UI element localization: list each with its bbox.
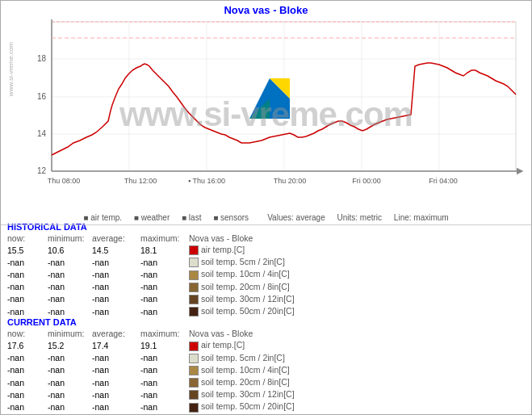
cell-avg: 14.5 <box>92 244 140 256</box>
cell-min: -nan <box>48 281 92 293</box>
cell-now: -nan <box>7 376 48 388</box>
cell-min: -nan <box>48 376 92 388</box>
cell-max: -nan <box>140 352 189 364</box>
cell-max: -nan <box>140 364 189 376</box>
cell-min: -nan <box>48 388 92 400</box>
cell-min: -nan <box>48 364 92 376</box>
legend-series: ■ air temp. <box>83 213 122 222</box>
cell-label: air temp.[C] <box>189 244 525 256</box>
cell-label: soil temp. 50cm / 20in[C] <box>189 305 525 317</box>
col-min-c: minimum: <box>48 329 92 339</box>
col-label-c: Nova vas - Bloke <box>189 329 525 339</box>
cell-min: 15.2 <box>48 339 92 351</box>
cell-now: -nan <box>7 281 48 293</box>
legend-sensors: ■ sensors <box>213 213 249 222</box>
col-avg-c: average: <box>92 329 140 339</box>
cell-avg: -nan <box>92 400 140 413</box>
color-swatch <box>189 295 199 304</box>
cell-avg: -nan <box>92 293 140 305</box>
cell-label: air temp.[C] <box>189 339 525 351</box>
legend-line: Line: maximum <box>394 213 449 222</box>
historical-table: now: minimum: average: maximum: Nova vas… <box>7 233 525 317</box>
col-now-h: now: <box>7 233 48 244</box>
cell-avg: 17.4 <box>92 339 140 351</box>
chart-area: Nova vas - Bloke www.si-vreme.com www.si… <box>1 1 531 219</box>
table-row: -nan-nan-nan-nansoil temp. 20cm / 8in[C] <box>7 281 525 293</box>
svg-text:14: 14 <box>37 129 47 138</box>
cell-avg: -nan <box>92 305 140 317</box>
table-row: -nan-nan-nan-nansoil temp. 5cm / 2in[C] <box>7 256 525 268</box>
cell-max: -nan <box>140 293 189 305</box>
col-now-c: now: <box>7 329 48 339</box>
svg-text:Fri 00:00: Fri 00:00 <box>352 177 381 185</box>
main-container: Nova vas - Bloke www.si-vreme.com www.si… <box>0 0 532 415</box>
color-swatch <box>189 283 199 292</box>
color-swatch <box>189 366 199 375</box>
table-row: -nan-nan-nan-nansoil temp. 10cm / 4in[C] <box>7 364 525 376</box>
cell-label: soil temp. 20cm / 8in[C] <box>189 376 525 388</box>
color-swatch <box>189 354 199 363</box>
cell-now: -nan <box>7 268 48 280</box>
table-row: -nan-nan-nan-nansoil temp. 5cm / 2in[C] <box>7 352 525 364</box>
col-max-c: maximum: <box>140 329 189 339</box>
cell-avg: -nan <box>92 281 140 293</box>
cell-label: soil temp. 30cm / 12in[C] <box>189 293 525 305</box>
svg-text:Fri 04:00: Fri 04:00 <box>429 177 458 185</box>
svg-text:12: 12 <box>37 166 47 175</box>
cell-now: -nan <box>7 293 48 305</box>
col-min-h: minimum: <box>48 233 92 244</box>
current-table: now: minimum: average: maximum: Nova vas… <box>7 329 525 413</box>
cell-max: -nan <box>140 281 189 293</box>
chart-legend: ■ air temp. ■ weather ■ last ■ sensors V… <box>1 212 531 225</box>
svg-text:Thu 08:00: Thu 08:00 <box>48 177 81 185</box>
cell-max: 19.1 <box>140 339 189 351</box>
svg-text:Thu 20:00: Thu 20:00 <box>274 177 307 185</box>
color-swatch <box>189 307 199 316</box>
legend-units: Units: metric <box>337 213 383 222</box>
table-row: -nan-nan-nan-nansoil temp. 30cm / 12in[C… <box>7 388 525 400</box>
color-swatch <box>189 378 199 388</box>
data-section: HISTORICAL DATA now: minimum: average: m… <box>1 219 531 414</box>
color-swatch <box>189 390 199 400</box>
cell-label: soil temp. 50cm / 20in[C] <box>189 400 525 413</box>
cell-avg: -nan <box>92 256 140 268</box>
legend-weather: ■ weather <box>134 213 170 222</box>
col-label-h: Nova vas - Bloke <box>189 233 525 244</box>
svg-text:Thu 12:00: Thu 12:00 <box>124 177 157 185</box>
cell-max: -nan <box>140 268 189 280</box>
cell-max: -nan <box>140 376 189 388</box>
table-row: -nan-nan-nan-nansoil temp. 30cm / 12in[C… <box>7 293 525 305</box>
cell-now: -nan <box>7 352 48 364</box>
cell-now: 15.5 <box>7 244 48 256</box>
color-swatch <box>189 245 199 255</box>
cell-min: -nan <box>48 268 92 280</box>
table-row: -nan-nan-nan-nansoil temp. 20cm / 8in[C] <box>7 376 525 388</box>
chart-title: Nova vas - Bloke <box>1 1 531 18</box>
chart-svg: 18 16 14 12 Thu 08:00 Thu 12:00 ▪ Thu 16… <box>15 18 532 208</box>
cell-max: -nan <box>140 305 189 317</box>
cell-now: -nan <box>7 305 48 317</box>
chart-svg-container: www.si-vreme.com www.si-vreme.com <box>1 18 531 212</box>
table-row: 15.510.614.518.1air temp.[C] <box>7 244 525 256</box>
table-row: -nan-nan-nan-nansoil temp. 50cm / 20in[C… <box>7 400 525 413</box>
color-swatch <box>189 342 199 351</box>
cell-avg: -nan <box>92 268 140 280</box>
cell-max: 18.1 <box>140 244 189 256</box>
svg-text:18: 18 <box>37 54 47 63</box>
table-row: -nan-nan-nan-nansoil temp. 10cm / 4in[C] <box>7 268 525 280</box>
cell-avg: -nan <box>92 388 140 400</box>
color-swatch <box>189 258 199 267</box>
cell-min: -nan <box>48 352 92 364</box>
cell-min: -nan <box>48 400 92 413</box>
table-row: 17.615.217.419.1air temp.[C] <box>7 339 525 351</box>
cell-min: -nan <box>48 293 92 305</box>
cell-min: -nan <box>48 305 92 317</box>
legend-values: Values: average <box>267 213 325 222</box>
cell-label: soil temp. 10cm / 4in[C] <box>189 364 525 376</box>
cell-now: -nan <box>7 388 48 400</box>
col-avg-h: average: <box>92 233 140 244</box>
cell-label: soil temp. 20cm / 8in[C] <box>189 281 525 293</box>
cell-min: 10.6 <box>48 244 92 256</box>
current-header: CURRENT DATA <box>7 317 525 327</box>
cell-now: -nan <box>7 256 48 268</box>
